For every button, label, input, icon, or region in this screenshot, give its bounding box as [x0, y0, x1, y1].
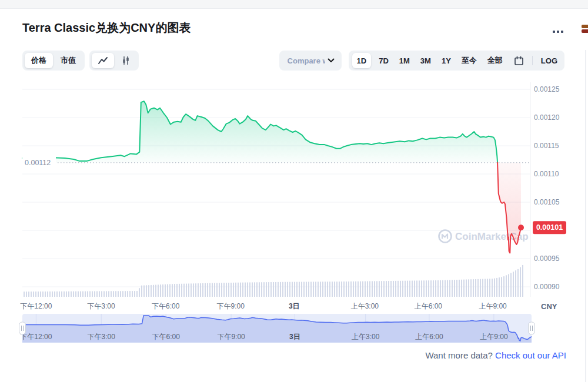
- svg-text:0.00090: 0.00090: [534, 283, 560, 291]
- dot-icon: [557, 31, 559, 33]
- compare-dropdown[interactable]: Compare with: [279, 51, 342, 71]
- more-options-button[interactable]: [550, 28, 566, 35]
- dot-icon: [561, 31, 563, 33]
- svg-text:下午6:00: 下午6:00: [152, 302, 180, 310]
- svg-text:0.00101: 0.00101: [536, 223, 563, 232]
- left-toolbar-cluster: 价格 市值: [22, 51, 139, 71]
- api-footer: Want more data? Check out our API: [425, 350, 566, 360]
- svg-text:下午9:00: 下午9:00: [217, 302, 245, 310]
- footer-prompt: Want more data?: [425, 350, 493, 360]
- line-chart-type-button[interactable]: [92, 53, 114, 68]
- range-1d-button[interactable]: 1D: [352, 53, 372, 68]
- svg-text:上午3:00: 上午3:00: [351, 302, 379, 310]
- range-ytd-button[interactable]: 至今: [459, 53, 480, 68]
- svg-text:上午9:00: 上午9:00: [479, 302, 507, 310]
- chart-plot-area[interactable]: [22, 78, 530, 297]
- svg-text:上午6:00: 上午6:00: [415, 302, 443, 310]
- svg-text:下午12:00: 下午12:00: [20, 302, 52, 310]
- svg-text:0.00095: 0.00095: [534, 254, 560, 263]
- range-all-button[interactable]: 全部: [485, 53, 506, 68]
- svg-text:0.00125: 0.00125: [534, 85, 560, 93]
- range-3m-button[interactable]: 3M: [417, 53, 434, 68]
- nav-handle-left[interactable]: [19, 322, 26, 334]
- clipped-edge-element: [582, 25, 588, 34]
- range-selector-group: 1D 7D 1M 3M 1Y 至今 全部 LOG: [349, 51, 564, 71]
- y-axis-unit: CNY: [541, 302, 557, 311]
- chart-type-toggle-group: [89, 51, 139, 71]
- svg-text:下午3:00: 下午3:00: [87, 302, 115, 310]
- nav-brush-area[interactable]: [22, 314, 532, 343]
- compare-label: Compare with: [288, 56, 325, 65]
- nav-handle-right[interactable]: [529, 322, 535, 334]
- calendar-button[interactable]: [510, 53, 527, 68]
- chevron-down-icon: [328, 58, 335, 63]
- range-1y-button[interactable]: 1Y: [439, 53, 454, 68]
- api-link[interactable]: Check out our API: [495, 350, 566, 360]
- log-scale-button[interactable]: LOG: [537, 53, 561, 68]
- range-7d-button[interactable]: 7D: [376, 53, 392, 68]
- svg-text:0.00120: 0.00120: [534, 113, 560, 122]
- dot-icon: [553, 31, 555, 33]
- chart-toolbar: 价格 市值 Compare with: [22, 51, 564, 71]
- svg-text:0.00110: 0.00110: [534, 170, 559, 178]
- y-axis-labels: 0.001250.001200.001150.001100.001050.000…: [534, 85, 560, 311]
- line-chart-icon: [98, 56, 108, 65]
- right-toolbar-cluster: Compare with 1D 7D 1M 3M 1Y 至今 全部 LOG: [279, 51, 564, 71]
- tab-price[interactable]: 价格: [25, 53, 53, 68]
- svg-text:0.00115: 0.00115: [534, 142, 559, 150]
- current-price-badge: 0.00101: [533, 221, 566, 234]
- top-strip: [0, 0, 588, 9]
- x-axis-labels: 下午12:00下午3:00下午6:00下午9:003日上午3:00上午6:00上…: [20, 302, 507, 310]
- svg-text:3日: 3日: [289, 302, 300, 310]
- page-title: Terra Classic兑换为CNY的图表: [22, 20, 191, 36]
- tab-market-cap[interactable]: 市值: [54, 53, 82, 68]
- scrollbar-track[interactable]: [585, 50, 586, 382]
- calendar-icon: [514, 56, 524, 66]
- toolbar-divider: [532, 56, 533, 65]
- metric-toggle-group: 价格 市值: [22, 51, 85, 71]
- candlestick-chart-type-button[interactable]: [115, 53, 136, 68]
- candlestick-icon: [121, 56, 131, 65]
- svg-text:0.00105: 0.00105: [534, 198, 560, 206]
- range-1m-button[interactable]: 1M: [396, 53, 413, 68]
- navigator: 下午12:00下午3:00下午6:00下午9:003日上午3:00上午6:00上…: [19, 314, 535, 343]
